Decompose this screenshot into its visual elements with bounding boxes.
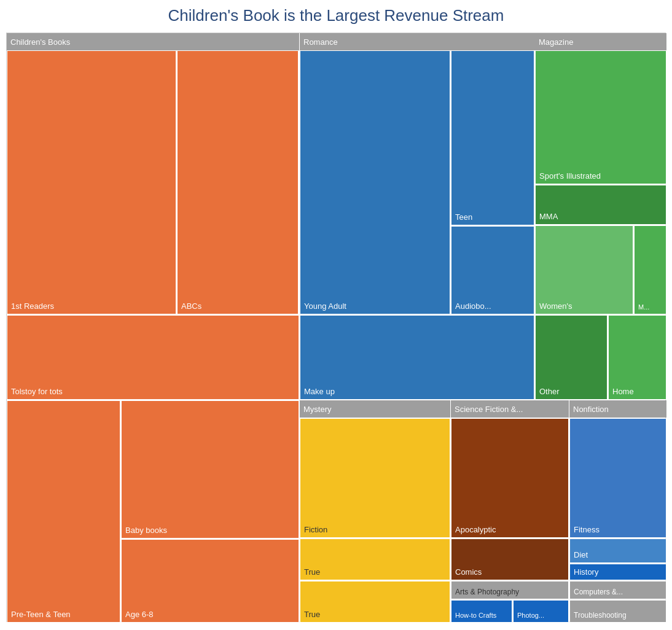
cell-history: History — [569, 564, 666, 580]
cell-arts: Arts & Photography — [451, 581, 569, 599]
cell-other: Other — [535, 315, 608, 400]
chart-title: Children's Book is the Largest Revenue S… — [168, 6, 504, 25]
cell-womens: Women's — [535, 225, 633, 314]
cell-photo: Photog... — [513, 600, 569, 623]
cell-mma: MMA — [535, 185, 666, 225]
cell-apocalyptic: Apocalyptic — [451, 418, 569, 538]
cell-young-adult: Young Adult — [300, 50, 450, 314]
header-mystery: Mystery — [300, 400, 450, 418]
header-nonfiction: Nonfiction — [569, 400, 666, 418]
cell-fitness: Fitness — [569, 418, 666, 538]
treemap: Children's Books 1st Readers ABCs Tolsto… — [6, 33, 666, 622]
cell-sports-illustrated: Sport's Illustrated — [535, 50, 666, 184]
header-romance: Romance — [300, 33, 535, 50]
cell-howto: How-to Crafts — [451, 600, 512, 623]
cell-baby-books: Baby books — [121, 400, 299, 539]
cell-audiobook: Audiobo... — [451, 226, 534, 314]
cell-first-readers: 1st Readers — [7, 50, 176, 314]
cell-home: Home — [608, 315, 666, 400]
cell-computers: Computers &... — [569, 581, 666, 599]
cell-tolstoy: Tolstoy for tots — [7, 315, 299, 400]
header-magazine: Magazine — [535, 33, 666, 50]
header-scifi: Science Fiction &... — [451, 400, 569, 418]
cell-diet: Diet — [569, 539, 666, 563]
page-container: Children's Book is the Largest Revenue S… — [0, 0, 672, 630]
cell-pre-teen: Pre-Teen & Teen — [7, 400, 120, 623]
cell-comics: Comics — [451, 539, 569, 580]
cell-age-6-8: Age 6-8 — [121, 539, 299, 623]
cell-true1: True — [300, 539, 450, 580]
cell-troubleshooting: Troubleshooting — [569, 600, 666, 623]
cell-m: M... — [634, 225, 666, 314]
cell-abcs: ABCs — [177, 50, 299, 314]
cell-true2: True — [300, 581, 450, 623]
cell-teen: Teen — [451, 50, 534, 225]
cell-make-up: Make up — [300, 315, 534, 400]
cell-fiction: Fiction — [300, 418, 450, 538]
header-childrens-books: Children's Books — [7, 33, 299, 50]
